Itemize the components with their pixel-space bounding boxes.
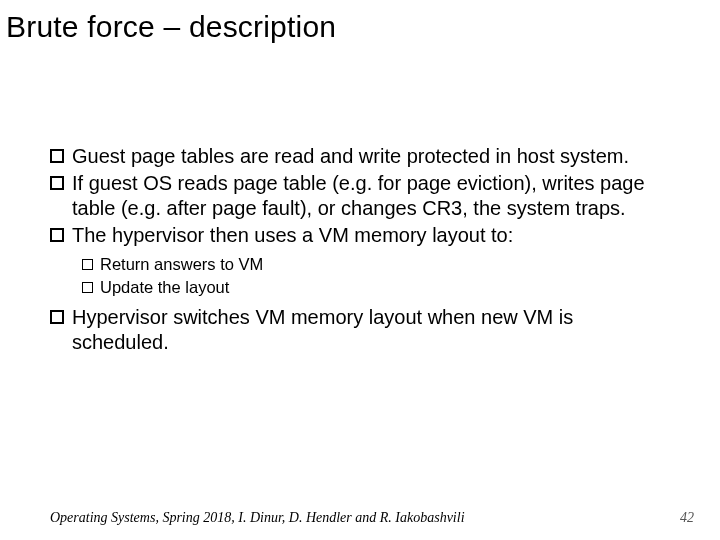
- bullet-item-nested: Return answers to VM: [50, 254, 670, 275]
- slide-footer: Operating Systems, Spring 2018, I. Dinur…: [50, 510, 465, 526]
- square-bullet-icon: [50, 310, 64, 324]
- square-bullet-icon: [82, 259, 93, 270]
- bullet-item: The hypervisor then uses a VM memory lay…: [50, 223, 670, 248]
- bullet-item: Guest page tables are read and write pro…: [50, 144, 670, 169]
- square-bullet-icon: [82, 282, 93, 293]
- slide-content: Guest page tables are read and write pro…: [0, 44, 720, 355]
- square-bullet-icon: [50, 228, 64, 242]
- bullet-item: Hypervisor switches VM memory layout whe…: [50, 305, 670, 355]
- square-bullet-icon: [50, 176, 64, 190]
- bullet-text: Update the layout: [100, 277, 229, 298]
- bullet-item-nested: Update the layout: [50, 277, 670, 298]
- bullet-text: The hypervisor then uses a VM memory lay…: [72, 223, 513, 248]
- slide-title: Brute force – description: [0, 0, 720, 44]
- page-number: 42: [680, 510, 694, 526]
- bullet-text: Guest page tables are read and write pro…: [72, 144, 629, 169]
- bullet-text: Hypervisor switches VM memory layout whe…: [72, 305, 670, 355]
- bullet-text: If guest OS reads page table (e.g. for p…: [72, 171, 670, 221]
- bullet-item: If guest OS reads page table (e.g. for p…: [50, 171, 670, 221]
- square-bullet-icon: [50, 149, 64, 163]
- bullet-text: Return answers to VM: [100, 254, 263, 275]
